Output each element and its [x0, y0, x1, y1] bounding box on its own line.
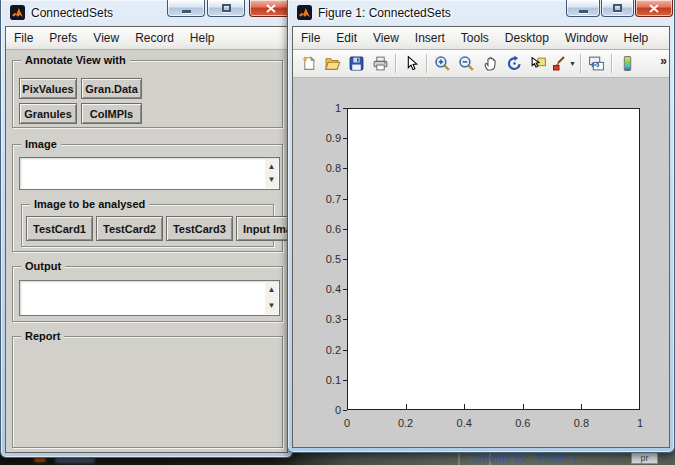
fig-menu-tools[interactable]: Tools	[453, 27, 497, 49]
y-tick-mark	[343, 138, 347, 139]
fig-menu-edit[interactable]: Edit	[328, 27, 365, 49]
print-icon[interactable]	[368, 52, 392, 75]
toolbar-separator	[611, 54, 612, 73]
output-listbox[interactable]: ▲ ▼	[19, 280, 280, 316]
gui-menu-prefs[interactable]: Prefs	[41, 27, 85, 49]
x-tick-mark	[464, 404, 465, 409]
x-tick-label: 1	[620, 417, 660, 430]
matlab-icon	[297, 5, 312, 20]
maximize-icon	[222, 4, 231, 12]
close-button[interactable]	[635, 0, 673, 17]
figure-window: Figure 1: ConnectedSets FileEditViewInse…	[287, 0, 675, 453]
minimize-icon	[182, 10, 191, 13]
new-figure-icon[interactable]	[296, 52, 320, 75]
minimize-button[interactable]	[167, 0, 205, 17]
toolbar-separator	[395, 54, 396, 73]
x-tick-mark	[639, 404, 640, 409]
rotate-3d-icon[interactable]	[502, 52, 526, 75]
annotate-button-gran-data[interactable]: Gran.Data	[81, 78, 142, 99]
x-tick-label: 0.4	[444, 417, 484, 430]
image-group-label: Image	[21, 137, 61, 151]
figure-canvas: 00.10.20.30.40.50.60.70.80.9100.20.40.60…	[293, 78, 669, 447]
brush-data-icon[interactable]	[550, 52, 568, 75]
y-tick-label: 0.8	[305, 162, 341, 175]
figure-toolbar: ▼	[293, 50, 669, 78]
y-tick-mark	[343, 259, 347, 260]
scroll-down-icon[interactable]: ▼	[268, 176, 276, 184]
save-figure-icon[interactable]	[344, 52, 368, 75]
gui-menu-view[interactable]: View	[85, 27, 127, 49]
fig-menu-insert[interactable]: Insert	[407, 27, 453, 49]
y-tick-mark	[343, 168, 347, 169]
annotate-button-pixvalues[interactable]: PixValues	[19, 78, 77, 99]
analyse-buttons: TestCard1TestCard2TestCard3Input Image	[26, 216, 288, 241]
gui-menu-help[interactable]: Help	[182, 27, 223, 49]
gui-window-title: ConnectedSets	[31, 6, 113, 20]
y-tick-mark	[343, 380, 347, 381]
y-tick-label: 0.7	[305, 193, 341, 206]
figure-window-title: Figure 1: ConnectedSets	[318, 6, 451, 20]
y-tick-mark	[343, 199, 347, 200]
zoom-in-icon[interactable]	[430, 52, 454, 75]
fig-menu-window[interactable]: Window	[557, 27, 616, 49]
minimize-button[interactable]	[566, 0, 600, 17]
image-listbox[interactable]: ▲ ▼	[19, 157, 280, 190]
pan-icon[interactable]	[478, 52, 502, 75]
gui-menubar: FilePrefsViewRecordHelp	[6, 27, 287, 50]
analyse-group-label: Image to be analysed	[30, 197, 149, 211]
annotate-button-granules[interactable]: Granules	[19, 103, 77, 124]
fig-menu-view[interactable]: View	[365, 27, 407, 49]
annotate-buttons: PixValuesGran.DataGranulesCoIMPls	[19, 78, 142, 124]
zoom-out-icon[interactable]	[454, 52, 478, 75]
link-plot-icon[interactable]	[584, 52, 608, 75]
edit-plot-pointer-icon[interactable]	[399, 52, 423, 75]
figure-menubar: FileEditViewInsertToolsDesktopWindowHelp	[293, 27, 669, 50]
maximize-button[interactable]	[207, 0, 245, 17]
y-tick-mark	[343, 350, 347, 351]
gui-window: ConnectedSets FilePrefsViewRecordHelp An…	[0, 0, 293, 458]
arrange-by-label: Arrange by:	[471, 452, 528, 464]
y-tick-label: 0.2	[305, 344, 341, 357]
plot-area	[347, 108, 640, 410]
report-group-label: Report	[21, 329, 64, 343]
scroll-up-icon[interactable]: ▲	[268, 286, 276, 294]
minimize-icon	[579, 10, 588, 13]
y-tick-label: 0.3	[305, 313, 341, 326]
y-tick-mark	[343, 410, 347, 411]
gui-window-body: FilePrefsViewRecordHelp Annotate View wi…	[5, 26, 288, 453]
desktop-icon-blur	[34, 458, 46, 462]
figure-titlebar[interactable]: Figure 1: ConnectedSets	[288, 0, 674, 26]
open-file-icon[interactable]	[320, 52, 344, 75]
explorer-partial-button[interactable]: pr	[631, 452, 658, 464]
analyse-button-testcard2[interactable]: TestCard2	[96, 216, 163, 241]
gui-menu-record[interactable]: Record	[127, 27, 182, 49]
matlab-icon	[10, 5, 25, 20]
analyse-button-input-image[interactable]: Input Image	[236, 216, 288, 241]
toolbar-overflow-chevron[interactable]: »	[660, 54, 666, 68]
y-tick-label: 0.6	[305, 223, 341, 236]
gui-titlebar[interactable]: ConnectedSets	[1, 0, 292, 26]
scroll-up-icon[interactable]: ▲	[268, 163, 276, 171]
annotate-group: Annotate View with PixValuesGran.DataGra…	[12, 60, 283, 128]
fig-menu-file[interactable]: File	[293, 27, 328, 49]
annotate-button-coimpls[interactable]: CoIMPls	[81, 103, 142, 124]
fig-menu-desktop[interactable]: Desktop	[497, 27, 557, 49]
fig-menu-help[interactable]: Help	[616, 27, 657, 49]
scroll-down-icon[interactable]: ▼	[268, 302, 276, 310]
gui-menu-file[interactable]: File	[6, 27, 41, 49]
y-tick-mark	[343, 319, 347, 320]
data-cursor-icon[interactable]	[526, 52, 550, 75]
brush-dropdown-caret[interactable]: ▼	[568, 52, 577, 75]
arrange-by-dropdown[interactable]: Folder ▼	[536, 452, 578, 464]
maximize-button[interactable]	[601, 0, 634, 17]
analyse-button-testcard1[interactable]: TestCard1	[26, 216, 93, 241]
x-tick-mark	[347, 404, 348, 409]
chevron-down-icon: ▼	[570, 455, 578, 464]
y-tick-mark	[343, 108, 347, 109]
y-tick-label: 0.5	[305, 253, 341, 266]
maximize-icon	[613, 4, 622, 12]
y-tick-label: 0.1	[305, 374, 341, 387]
y-tick-label: 1	[305, 102, 341, 115]
insert-colorbar-icon[interactable]	[615, 52, 639, 75]
analyse-button-testcard3[interactable]: TestCard3	[166, 216, 233, 241]
